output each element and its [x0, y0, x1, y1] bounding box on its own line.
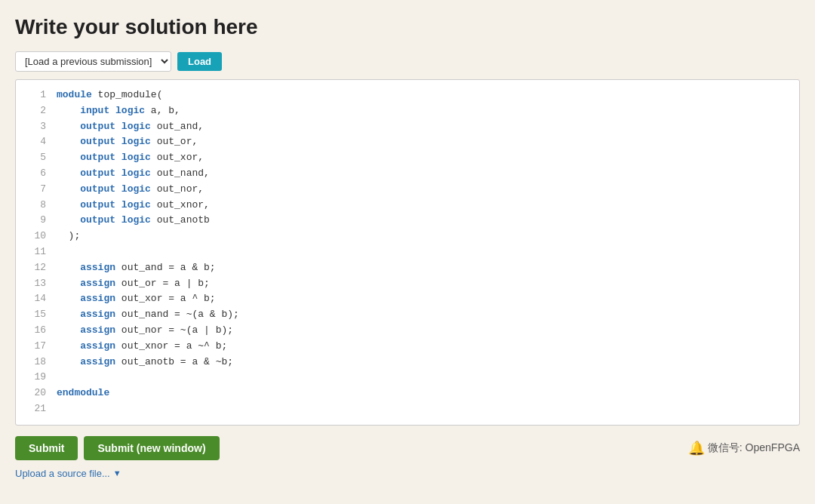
line-number: 14: [25, 291, 46, 307]
submit-button[interactable]: Submit: [15, 436, 78, 460]
line-content: assign out_anotb = a & ~b;: [57, 355, 233, 370]
line-number: 13: [25, 276, 46, 292]
line-content: assign out_nor = ~(a | b);: [57, 323, 233, 339]
upload-link-container: Upload a source file... ▼: [15, 468, 800, 479]
code-line: 2 input logic a, b,: [16, 103, 799, 119]
line-number: 11: [25, 244, 46, 260]
line-content: assign out_and = a & b;: [57, 260, 216, 276]
code-line: 6 output logic out_nand,: [16, 166, 799, 182]
watermark-icon: 🔔: [688, 440, 705, 456]
code-line: 21: [16, 401, 799, 417]
line-content: assign out_nand = ~(a & b);: [57, 307, 239, 323]
code-line: 15 assign out_nand = ~(a & b);: [16, 307, 799, 323]
code-line: 18 assign out_anotb = a & ~b;: [16, 355, 799, 370]
code-line: 5 output logic out_xor,: [16, 150, 799, 166]
line-content: module top_module(: [57, 88, 162, 103]
code-line: 13 assign out_or = a | b;: [16, 276, 799, 292]
line-content: assign out_or = a | b;: [57, 276, 210, 292]
submit-buttons: Submit Submit (new window): [15, 436, 220, 460]
toolbar: [Load a previous submission] Load: [15, 51, 800, 72]
line-content: output logic out_nor,: [57, 182, 204, 198]
code-line: 1module top_module(: [16, 88, 799, 103]
code-line: 3 output logic out_and,: [16, 119, 799, 135]
line-number: 5: [25, 150, 46, 166]
line-number: 17: [25, 339, 46, 355]
line-content: input logic a, b,: [57, 103, 180, 119]
code-line: 14 assign out_xor = a ^ b;: [16, 291, 799, 307]
code-line: 10 );: [16, 229, 799, 244]
line-number: 10: [25, 229, 46, 244]
line-content: assign out_xnor = a ~^ b;: [57, 339, 227, 355]
line-content: output logic out_nand,: [57, 166, 210, 182]
line-number: 7: [25, 182, 46, 198]
line-number: 18: [25, 355, 46, 370]
line-content: output logic out_xnor,: [57, 198, 210, 214]
line-number: 15: [25, 307, 46, 323]
line-number: 8: [25, 198, 46, 214]
line-number: 6: [25, 166, 46, 182]
code-line: 8 output logic out_xnor,: [16, 198, 799, 214]
code-line: 4 output logic out_or,: [16, 134, 799, 150]
line-number: 9: [25, 213, 46, 229]
code-line: 11: [16, 244, 799, 260]
line-content: output logic out_and,: [57, 119, 204, 135]
line-content: endmodule: [57, 386, 109, 401]
code-editor[interactable]: 1module top_module(2 input logic a, b,3 …: [15, 79, 800, 426]
bottom-bar: Submit Submit (new window) 🔔 微信号: OpenFP…: [15, 436, 800, 460]
code-line: 20endmodule: [16, 386, 799, 401]
line-content: output logic out_or,: [57, 134, 198, 150]
line-number: 12: [25, 260, 46, 276]
code-line: 19: [16, 370, 799, 386]
line-number: 21: [25, 401, 46, 417]
upload-label: Upload a source file...: [15, 468, 110, 479]
watermark: 🔔 微信号: OpenFPGA: [688, 440, 800, 456]
code-line: 17 assign out_xnor = a ~^ b;: [16, 339, 799, 355]
line-number: 3: [25, 119, 46, 135]
line-number: 20: [25, 386, 46, 401]
code-line: 12 assign out_and = a & b;: [16, 260, 799, 276]
submit-new-window-button[interactable]: Submit (new window): [84, 436, 219, 460]
chevron-down-icon: ▼: [113, 469, 121, 478]
line-number: 19: [25, 370, 46, 386]
load-button[interactable]: Load: [177, 52, 222, 71]
page-title: Write your solution here: [15, 15, 800, 39]
line-number: 16: [25, 323, 46, 339]
line-content: output logic out_anotb: [57, 213, 210, 229]
line-number: 4: [25, 134, 46, 150]
upload-link[interactable]: Upload a source file... ▼: [15, 468, 800, 479]
line-content: );: [57, 229, 80, 244]
submission-select[interactable]: [Load a previous submission]: [15, 51, 171, 72]
code-line: 16 assign out_nor = ~(a | b);: [16, 323, 799, 339]
line-number: 1: [25, 88, 46, 103]
line-number: 2: [25, 103, 46, 119]
watermark-text: 微信号: OpenFPGA: [708, 441, 800, 455]
code-line: 7 output logic out_nor,: [16, 182, 799, 198]
line-content: output logic out_xor,: [57, 150, 204, 166]
code-line: 9 output logic out_anotb: [16, 213, 799, 229]
line-content: assign out_xor = a ^ b;: [57, 291, 216, 307]
